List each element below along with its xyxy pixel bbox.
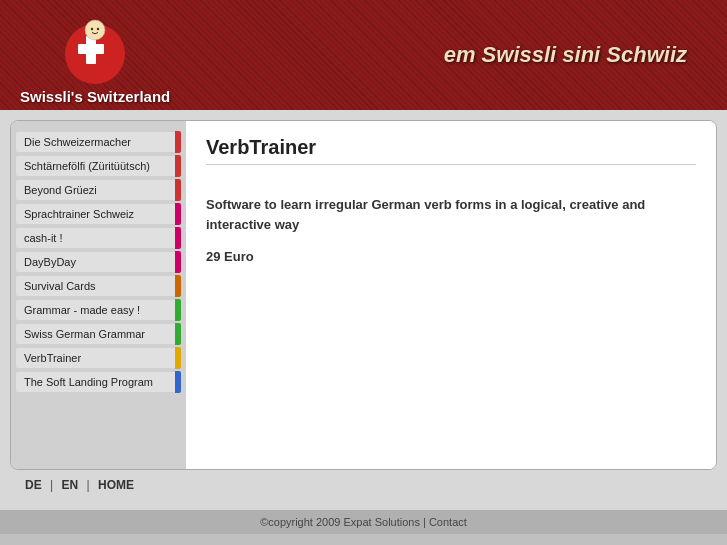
content-price: 29 Euro bbox=[206, 249, 696, 264]
sidebar-item-label-5: DayByDay bbox=[16, 252, 175, 272]
sidebar-item-7[interactable]: Grammar - made easy ! bbox=[16, 299, 181, 321]
page-header: Swissli's Switzerland em Swissli sini Sc… bbox=[0, 0, 727, 110]
content-description: Software to learn irregular German verb … bbox=[206, 195, 696, 234]
sidebar-item-label-9: VerbTrainer bbox=[16, 348, 175, 368]
site-logo: Swissli's Switzerland bbox=[20, 16, 170, 105]
separator-2: | bbox=[87, 478, 90, 492]
sidebar-item-label-8: Swiss German Grammar bbox=[16, 324, 175, 344]
sidebar-item-label-10: The Soft Landing Program bbox=[16, 372, 175, 392]
nav-home[interactable]: HOME bbox=[98, 478, 134, 492]
sidebar-color-bar-3 bbox=[175, 203, 181, 225]
sidebar-item-2[interactable]: Beyond Grüezi bbox=[16, 179, 181, 201]
sidebar-item-8[interactable]: Swiss German Grammar bbox=[16, 323, 181, 345]
bottom-footer: ©copyright 2009 Expat Solutions | Contac… bbox=[0, 510, 727, 534]
sidebar-color-bar-7 bbox=[175, 299, 181, 321]
sidebar-color-bar-6 bbox=[175, 275, 181, 297]
sidebar-color-bar-4 bbox=[175, 227, 181, 249]
sidebar-color-bar-0 bbox=[175, 131, 181, 153]
svg-point-5 bbox=[97, 27, 99, 29]
footer-nav: DE | EN | HOME bbox=[10, 470, 717, 500]
sidebar-color-bar-9 bbox=[175, 347, 181, 369]
main-wrapper: Die SchweizermacherSchtärnefölfi (Züritü… bbox=[0, 110, 727, 510]
sidebar-item-label-0: Die Schweizermacher bbox=[16, 132, 175, 152]
sidebar-item-label-4: cash-it ! bbox=[16, 228, 175, 248]
sidebar-color-bar-10 bbox=[175, 371, 181, 393]
main-content: VerbTrainer Software to learn irregular … bbox=[186, 121, 716, 469]
mascot-icon bbox=[59, 16, 131, 88]
svg-point-4 bbox=[91, 27, 93, 29]
nav-de[interactable]: DE bbox=[25, 478, 42, 492]
sidebar-item-10[interactable]: The Soft Landing Program bbox=[16, 371, 181, 393]
sidebar-item-5[interactable]: DayByDay bbox=[16, 251, 181, 273]
sidebar-item-0[interactable]: Die Schweizermacher bbox=[16, 131, 181, 153]
sidebar-item-3[interactable]: Sprachtrainer Schweiz bbox=[16, 203, 181, 225]
page-title: VerbTrainer bbox=[206, 136, 696, 165]
sidebar-color-bar-2 bbox=[175, 179, 181, 201]
svg-rect-2 bbox=[78, 44, 104, 54]
sidebar-item-4[interactable]: cash-it ! bbox=[16, 227, 181, 249]
nav-en[interactable]: EN bbox=[61, 478, 78, 492]
sidebar-item-label-6: Survival Cards bbox=[16, 276, 175, 296]
sidebar-color-bar-1 bbox=[175, 155, 181, 177]
sidebar-item-1[interactable]: Schtärnefölfi (Züritüütsch) bbox=[16, 155, 181, 177]
sidebar-item-label-1: Schtärnefölfi (Züritüütsch) bbox=[16, 156, 175, 176]
site-title: Swissli's Switzerland bbox=[20, 88, 170, 105]
sidebar: Die SchweizermacherSchtärnefölfi (Züritü… bbox=[11, 121, 186, 469]
sidebar-color-bar-5 bbox=[175, 251, 181, 273]
separator-1: | bbox=[50, 478, 53, 492]
sidebar-item-9[interactable]: VerbTrainer bbox=[16, 347, 181, 369]
header-tagline: em Swissli sini Schwiiz bbox=[444, 42, 687, 68]
svg-point-3 bbox=[85, 20, 105, 40]
sidebar-item-6[interactable]: Survival Cards bbox=[16, 275, 181, 297]
sidebar-item-label-7: Grammar - made easy ! bbox=[16, 300, 175, 320]
sidebar-item-label-3: Sprachtrainer Schweiz bbox=[16, 204, 175, 224]
copyright-text: ©copyright 2009 Expat Solutions | Contac… bbox=[260, 516, 467, 528]
content-box: Die SchweizermacherSchtärnefölfi (Züritü… bbox=[10, 120, 717, 470]
sidebar-item-label-2: Beyond Grüezi bbox=[16, 180, 175, 200]
sidebar-color-bar-8 bbox=[175, 323, 181, 345]
